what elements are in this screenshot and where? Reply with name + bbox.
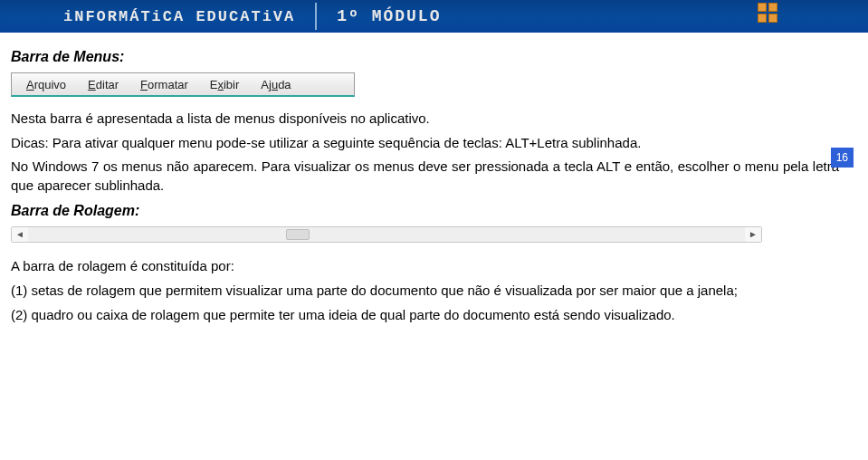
scrollbar-screenshot: ◄ ►: [11, 226, 762, 243]
paragraph-rolagem-intro: A barra de rolagem é constituída por:: [11, 257, 839, 276]
paragraph-win7: No Windows 7 os menus não aparecem. Para…: [11, 158, 839, 195]
scroll-left-arrow-icon[interactable]: ◄: [12, 227, 28, 242]
banner-module: 1º MÓDULO: [337, 7, 441, 25]
scroll-track[interactable]: [28, 227, 745, 242]
menu-item-ajuda[interactable]: Ajuda: [252, 76, 300, 93]
banner-decor-icon: [758, 3, 777, 23]
section-title-rolagem: Barra de Rolagem:: [11, 203, 839, 219]
paragraph-dicas: Dicas: Para ativar qualquer menu pode-se…: [11, 134, 839, 153]
menu-item-exibir[interactable]: Exibir: [201, 76, 249, 93]
banner-separator: [315, 3, 317, 30]
section-title-menus: Barra de Menus:: [11, 49, 839, 65]
list-item-2: (2) quadro ou caixa de rolagem que permi…: [11, 305, 839, 324]
paragraph-intro: Nesta barra é apresentada a lista de men…: [11, 110, 839, 129]
menu-item-formatar[interactable]: Formatar: [131, 76, 197, 93]
scroll-right-arrow-icon[interactable]: ►: [745, 227, 761, 242]
menu-item-editar[interactable]: Editar: [79, 76, 128, 93]
banner-title: iNFORMÁTiCA EDUCATiVA: [63, 8, 295, 25]
page-number-badge: 16: [831, 148, 854, 168]
scroll-thumb[interactable]: [286, 229, 310, 240]
course-banner: iNFORMÁTiCA EDUCATiVA 1º MÓDULO: [0, 0, 868, 33]
menubar-screenshot: Arquivo Editar Formatar Exibir Ajuda: [11, 72, 355, 97]
menu-item-arquivo[interactable]: Arquivo: [17, 76, 75, 93]
list-item-1: (1) setas de rolagem que permitem visual…: [11, 281, 839, 300]
